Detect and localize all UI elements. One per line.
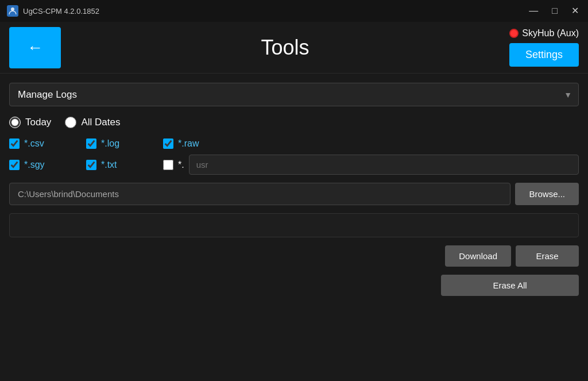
title-bar-left: UgCS-CPM 4.2.0.1852 [7, 5, 99, 17]
all-dates-radio-item[interactable]: All Dates [65, 117, 120, 128]
sgy-checkbox[interactable] [9, 160, 20, 170]
manage-logs-dropdown[interactable]: Manage Logs [9, 83, 579, 106]
app-title: UgCS-CPM 4.2.0.1852 [23, 7, 99, 16]
log-label: *.log [101, 138, 119, 149]
sgy-label: *.sgy [24, 160, 45, 170]
file-type-checkboxes: *.csv *.log *.raw *.sgy *.txt [9, 138, 579, 175]
raw-label: *.raw [178, 138, 199, 149]
date-filter-group: Today All Dates [9, 114, 579, 130]
skyhub-label: SkyHub (Aux) [522, 28, 579, 39]
checkbox-row-2: *.sgy *.txt *. [9, 155, 579, 175]
download-button[interactable]: Download [445, 245, 511, 267]
today-radio-item[interactable]: Today [9, 117, 51, 128]
log-area [9, 213, 579, 237]
header-right: SkyHub (Aux) Settings [509, 28, 579, 67]
action-row: Download Erase [9, 245, 579, 267]
csv-checkbox[interactable] [9, 138, 20, 149]
close-button[interactable]: ✕ [569, 5, 581, 17]
csv-checkbox-item[interactable]: *.csv [9, 138, 72, 149]
window-controls: — □ ✕ [527, 5, 581, 17]
settings-button[interactable]: Settings [509, 43, 579, 67]
svg-point-0 [11, 7, 14, 11]
custom-ext-checkbox[interactable] [163, 160, 173, 170]
maximize-button[interactable]: □ [550, 5, 560, 17]
txt-label: *.txt [101, 160, 117, 170]
main-content: Manage Logs ▼ Today All Dates *.csv *.lo… [0, 74, 588, 381]
all-dates-radio[interactable] [65, 117, 76, 128]
custom-extension-row: *. [163, 155, 579, 175]
ext-prefix-label: *. [178, 160, 184, 170]
custom-ext-input[interactable] [189, 155, 579, 175]
skyhub-indicator: SkyHub (Aux) [509, 28, 579, 39]
custom-ext-checkbox-item[interactable]: *. [163, 160, 184, 170]
today-radio[interactable] [9, 117, 21, 128]
today-label: Today [25, 117, 51, 128]
manage-logs-dropdown-container: Manage Logs ▼ [9, 83, 579, 106]
log-checkbox[interactable] [86, 138, 96, 149]
back-button[interactable]: ← [9, 27, 61, 68]
erase-all-row: Erase All [9, 275, 579, 296]
browse-button[interactable]: Browse... [515, 183, 579, 205]
txt-checkbox-item[interactable]: *.txt [86, 160, 149, 170]
all-dates-label: All Dates [81, 117, 120, 128]
title-bar: UgCS-CPM 4.2.0.1852 — □ ✕ [0, 0, 588, 22]
header: ← Tools SkyHub (Aux) Settings [0, 22, 588, 74]
app-icon [7, 5, 18, 17]
checkbox-row-1: *.csv *.log *.raw [9, 138, 579, 149]
erase-all-button[interactable]: Erase All [441, 275, 579, 296]
minimize-button[interactable]: — [527, 5, 540, 17]
raw-checkbox-item[interactable]: *.raw [163, 138, 226, 149]
raw-checkbox[interactable] [163, 138, 173, 149]
log-checkbox-item[interactable]: *.log [86, 138, 149, 149]
txt-checkbox[interactable] [86, 160, 96, 170]
path-input[interactable] [9, 183, 510, 205]
sgy-checkbox-item[interactable]: *.sgy [9, 160, 72, 170]
back-arrow-icon: ← [27, 40, 43, 56]
skyhub-status-dot [509, 29, 519, 38]
page-title: Tools [61, 36, 509, 60]
path-row: Browse... [9, 183, 579, 205]
erase-button[interactable]: Erase [516, 245, 579, 267]
csv-label: *.csv [24, 138, 44, 149]
